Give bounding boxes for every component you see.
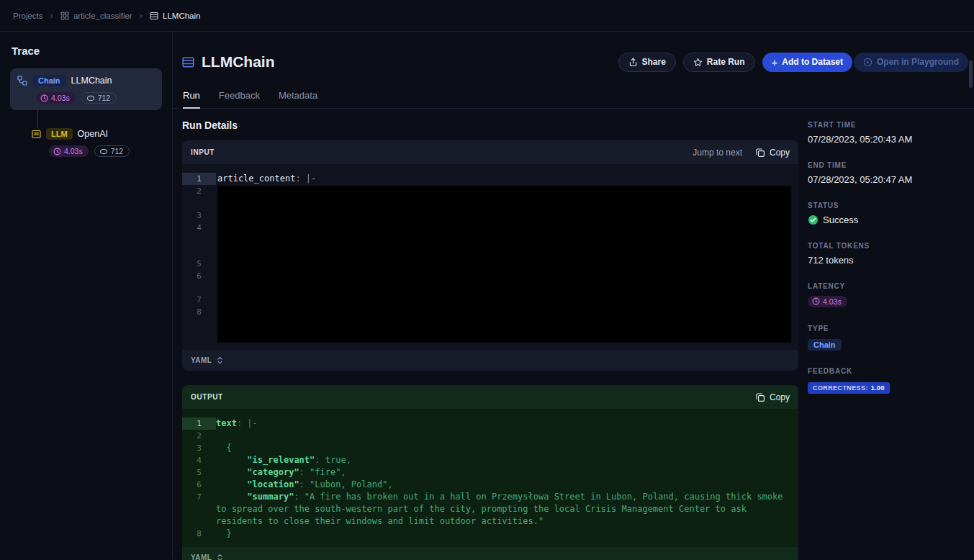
llm-badge: LLM bbox=[46, 128, 73, 140]
tab-feedback[interactable]: Feedback bbox=[219, 90, 260, 108]
total-tokens-value: 712 tokens bbox=[808, 255, 962, 266]
code-text: text: |- bbox=[216, 417, 798, 430]
input-yaml-bar: YAML bbox=[182, 350, 798, 371]
output-section: OUTPUT Copy 1text: |-23 {4 "is_relevant"… bbox=[182, 385, 798, 560]
yaml-block-indicator: |- bbox=[306, 173, 316, 184]
breadcrumb-separator: › bbox=[50, 10, 53, 21]
start-time-label: START TIME bbox=[808, 121, 962, 129]
run-details-title: Run Details bbox=[182, 119, 798, 131]
correctness-badge: CORRECTNESS: 1.00 bbox=[808, 382, 890, 394]
chain-badge: Chain bbox=[32, 75, 66, 86]
line-number: 4 bbox=[182, 222, 216, 258]
code-text: "summary": "A fire has broken out in a h… bbox=[216, 491, 798, 528]
tab-metadata[interactable]: Metadata bbox=[279, 90, 317, 108]
success-check-icon bbox=[808, 214, 819, 225]
line-number: 6 bbox=[182, 270, 216, 294]
open-in-playground-label: Open in Playground bbox=[877, 57, 959, 67]
breadcrumb-item-projects[interactable]: Projects bbox=[13, 12, 43, 20]
status-label: STATUS bbox=[808, 202, 962, 209]
line-number: 5 bbox=[182, 258, 216, 270]
breadcrumb-item-run[interactable]: LLMChain bbox=[150, 12, 200, 20]
copy-icon bbox=[755, 392, 765, 402]
output-code: 1text: |-23 {4 "is_relevant": true,5 "ca… bbox=[182, 409, 798, 547]
yaml-label: YAML bbox=[191, 356, 212, 364]
share-label: Share bbox=[642, 57, 666, 67]
line-number: 8 bbox=[182, 306, 216, 318]
copy-label: Copy bbox=[770, 148, 790, 158]
page-title: LLMChain bbox=[202, 53, 274, 71]
line-number: 6 bbox=[182, 479, 216, 491]
output-yaml-bar: YAML bbox=[182, 547, 798, 560]
total-tokens-label: TOTAL TOKENS bbox=[808, 242, 962, 250]
code-text: { bbox=[216, 442, 798, 454]
grid-icon bbox=[60, 12, 69, 20]
clock-icon bbox=[812, 297, 820, 305]
trace-item-name: OpenAI bbox=[78, 129, 108, 139]
input-gutter: 1 2 3 4 5 6 7 8 bbox=[182, 164, 216, 350]
add-to-dataset-button[interactable]: + Add to Dataset bbox=[762, 53, 852, 72]
scrollbar-thumb[interactable] bbox=[969, 60, 973, 88]
clock-icon bbox=[40, 94, 48, 102]
star-icon bbox=[693, 58, 703, 67]
line-number: 7 bbox=[182, 491, 216, 528]
breadcrumb-separator: › bbox=[140, 10, 143, 21]
line-number: 8 bbox=[182, 528, 216, 540]
token-icon bbox=[99, 148, 108, 155]
input-code-line: article_content: |- bbox=[217, 173, 791, 185]
copy-label: Copy bbox=[770, 392, 790, 402]
open-in-playground-button[interactable]: Open in Playground bbox=[854, 53, 968, 72]
line-number: 1 bbox=[182, 417, 216, 430]
output-code-line: 3 { bbox=[182, 442, 798, 454]
add-to-dataset-label: Add to Dataset bbox=[782, 57, 843, 67]
latency-badge: 4.03s bbox=[36, 92, 76, 104]
run-type-icon bbox=[182, 56, 194, 68]
tokens-badge: 712 bbox=[94, 145, 130, 157]
yaml-label: YAML bbox=[191, 554, 212, 560]
yaml-key: article_content bbox=[217, 173, 295, 184]
code-text: } bbox=[216, 528, 798, 540]
code-text: "location": "Lubon, Poland", bbox=[216, 479, 798, 491]
end-time-value: 07/28/2023, 05:20:47 AM bbox=[808, 174, 962, 185]
code-text: "is_relevant": true, bbox=[216, 454, 798, 466]
trace-item-llm[interactable]: LLM OpenAI 4.03s 712 bbox=[32, 128, 166, 157]
trace-title: Trace bbox=[12, 45, 166, 57]
output-code-line: 5 "category": "fire", bbox=[182, 466, 798, 479]
input-code: article_content: |- bbox=[216, 164, 798, 350]
tokens-badge: 712 bbox=[81, 92, 117, 104]
latency-value: 4.03s bbox=[51, 94, 70, 102]
trace-panel: Trace Chain LLMChain 4.03s bbox=[0, 32, 173, 559]
breadcrumb-run-label: LLMChain bbox=[163, 12, 200, 20]
rate-run-button[interactable]: Rate Run bbox=[683, 53, 755, 72]
latency-badge: 4.03s bbox=[49, 145, 89, 157]
tokens-value: 712 bbox=[111, 147, 124, 155]
code-text: "category": "fire", bbox=[216, 466, 798, 479]
line-number: 5 bbox=[182, 466, 216, 479]
format-toggle-icon[interactable] bbox=[217, 356, 223, 364]
output-header: OUTPUT Copy bbox=[182, 385, 798, 409]
line-number: 1 bbox=[182, 173, 216, 185]
output-copy-button[interactable]: Copy bbox=[755, 392, 790, 402]
tokens-value: 712 bbox=[98, 94, 111, 102]
main-content: LLMChain Share Rate Run + bbox=[173, 32, 974, 559]
tab-run[interactable]: Run bbox=[183, 90, 200, 109]
breadcrumb-item-project[interactable]: article_classifier bbox=[60, 12, 132, 20]
line-number: 3 bbox=[182, 209, 216, 222]
breadcrumb-project-label: article_classifier bbox=[73, 12, 132, 20]
yaml-separator: : bbox=[295, 173, 305, 184]
input-header: INPUT Jump to next Copy bbox=[182, 140, 798, 164]
share-button[interactable]: Share bbox=[618, 53, 676, 72]
status-value: Success bbox=[808, 214, 962, 225]
copy-icon bbox=[755, 148, 765, 158]
correctness-score: 1.00 bbox=[871, 384, 885, 392]
breadcrumb: Projects › article_classifier › LLMChain bbox=[0, 0, 974, 32]
rows-icon bbox=[150, 12, 158, 20]
format-toggle-icon[interactable] bbox=[217, 554, 223, 560]
jump-to-next-link[interactable]: Jump to next bbox=[693, 148, 742, 158]
trace-item-name: LLMChain bbox=[71, 76, 112, 86]
rate-run-label: Rate Run bbox=[707, 57, 745, 67]
llm-doc-icon bbox=[32, 130, 41, 139]
trace-item-chain[interactable]: Chain LLMChain 4.03s 712 bbox=[10, 68, 162, 110]
input-copy-button[interactable]: Copy bbox=[755, 148, 790, 158]
code-text bbox=[216, 430, 798, 442]
play-circle-icon bbox=[863, 58, 872, 67]
